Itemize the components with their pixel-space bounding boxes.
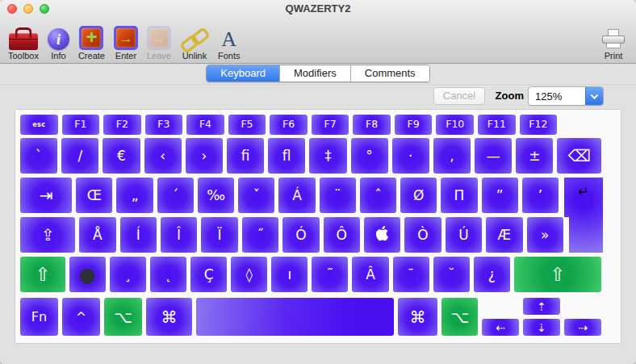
key-¨[interactable]: ¨ [320,178,356,213]
key-fn[interactable]: Fn [20,298,58,336]
key-backspace[interactable]: ⌫ [557,138,601,174]
key-´[interactable]: ´ [157,178,194,213]
key-”[interactable]: ” [482,178,518,213]
key-ı[interactable]: ı [271,257,308,292]
key-F10[interactable]: F10 [436,115,474,135]
key-Á[interactable]: Á [278,178,315,213]
key-Ç[interactable]: Ç [190,257,227,292]
arrow-up-glyph: ⇡ [537,301,546,312]
key-F7[interactable]: F7 [312,115,349,135]
key-Π[interactable]: Π [441,178,477,213]
key-—[interactable]: — [475,138,512,174]
key-·[interactable]: · [392,138,429,174]
key-ˆ[interactable]: ˆ [360,178,396,213]
key-ﬁ[interactable]: ﬁ [227,138,264,174]
key-arrow-left[interactable]: ⇠ [482,319,519,336]
key-¯[interactable]: ¯ [393,257,429,292]
key-caps-lock[interactable]: ⇪ [20,217,75,253]
key-Â[interactable]: Â [352,257,388,292]
key-Å[interactable]: Å [79,217,115,253]
key-glyph: Æ [498,228,512,242]
key-F8[interactable]: F8 [353,115,391,135]
zoom-dropdown[interactable]: 125% [528,86,604,106]
key-F12[interactable]: F12 [520,115,558,135]
key-ﬂ[interactable]: ﬂ [268,138,305,174]
key-F6[interactable]: F6 [270,115,308,135]
key-F11[interactable]: F11 [478,115,516,135]
leave-key-icon [147,23,171,50]
key-F9[interactable]: F9 [395,115,433,135]
key-Æ[interactable]: Æ [486,217,522,253]
key-°[interactable]: ° [351,138,388,174]
key-›[interactable]: › [186,138,223,174]
leave-button[interactable]: Leave [145,23,173,61]
key-„[interactable]: „ [116,178,153,213]
key-command-right[interactable]: ⌘ [398,298,437,336]
key-‹[interactable]: ‹ [144,138,182,174]
create-button[interactable]: Create [77,23,107,61]
key-glyph: Å [93,228,103,242]
key-control[interactable]: ^ [62,298,100,336]
key-shift-left[interactable]: ⇧ [20,257,65,292]
key-Ò[interactable]: Ò [404,217,441,253]
key-˛[interactable]: ˛ [150,257,186,292]
key-˜[interactable]: ˜ [312,257,348,292]
print-button[interactable]: Print [600,23,626,61]
key-black-circle[interactable]: ● [69,257,106,292]
key-glyph: ¸ [124,268,132,282]
key-€[interactable]: € [103,138,140,174]
cancel-button[interactable]: Cancel [433,87,485,105]
key-shift-right[interactable]: ⇧ [514,257,601,292]
key-F3[interactable]: F3 [145,115,183,135]
key-Œ[interactable]: Œ [76,178,112,213]
key-glyph: ⌥ [114,309,132,325]
key-±[interactable]: ± [516,138,553,174]
fonts-button[interactable]: Fonts [216,23,242,61]
key-escape[interactable]: esc [20,115,58,135]
unlink-button[interactable]: Unlink [178,23,211,61]
key-tab[interactable]: ⇥ [20,178,72,213]
key-arrow-down[interactable]: ⇣ [523,319,560,336]
key-Ô[interactable]: Ô [324,217,360,253]
key-’[interactable]: ’ [522,178,559,213]
key-arrow-up[interactable]: ⇡ [523,298,560,315]
fonts-icon [221,23,236,50]
key-‰[interactable]: ‰ [198,178,234,213]
key-glyph: Ó [295,228,306,242]
segmented-control: Keyboard Modifiers Comments [206,65,429,82]
key-F4[interactable]: F4 [186,115,224,135]
key-¿[interactable]: ¿ [474,257,510,292]
key-return[interactable]: ↵ [564,178,603,253]
key-option-left[interactable]: ⌥ [104,298,142,336]
key-,[interactable]: , [433,138,471,174]
key-/[interactable]: / [61,138,98,174]
key-Í[interactable]: Í [120,217,157,253]
key-˘[interactable]: ˘ [433,257,470,292]
key-F5[interactable]: F5 [228,115,266,135]
key-ˇ[interactable]: ˇ [238,178,274,213]
tab-keyboard[interactable]: Keyboard [207,65,279,82]
key-Î[interactable]: Î [161,217,197,253]
key-arrow-right[interactable]: ⇢ [564,319,601,336]
key-command-left[interactable]: ⌘ [146,298,193,336]
key-»[interactable]: » [527,217,563,253]
key-Ï[interactable]: Ï [201,217,237,253]
key-˝[interactable]: ˝ [242,217,278,253]
key-apple[interactable] [364,217,400,253]
key-◊[interactable]: ◊ [231,257,267,292]
enter-button[interactable]: Enter [112,23,140,61]
key-F1[interactable]: F1 [62,115,100,135]
key-space[interactable] [196,298,393,336]
key-‡[interactable]: ‡ [309,138,346,174]
key-Ø[interactable]: Ø [400,178,437,213]
tab-modifiers[interactable]: Modifiers [279,65,350,82]
key-option-right[interactable]: ⌥ [441,298,478,336]
toolbox-button[interactable]: Toolbox [6,23,40,61]
key-Ó[interactable]: Ó [282,217,319,253]
info-button[interactable]: Info [46,23,71,61]
key-F2[interactable]: F2 [103,115,141,135]
key-`[interactable]: ` [20,138,57,174]
tab-comments[interactable]: Comments [350,65,429,82]
key-Ú[interactable]: Ú [446,217,482,253]
key-¸[interactable]: ¸ [110,257,146,292]
